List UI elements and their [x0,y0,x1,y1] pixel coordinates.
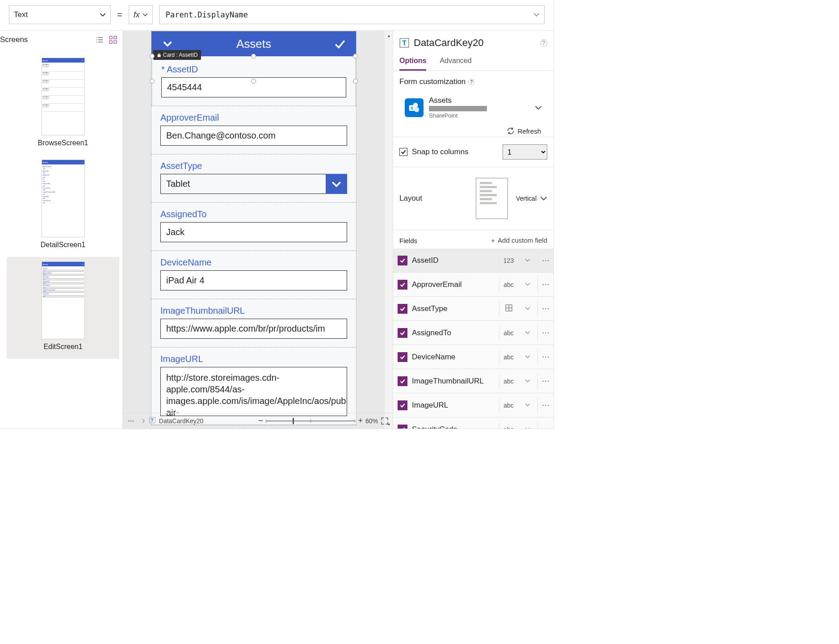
svg-rect-2 [109,41,112,43]
help-icon[interactable]: ? [540,39,547,46]
field-type-dropdown[interactable] [522,377,533,386]
field-row[interactable]: SecurityCodeabc⋯ [393,417,554,429]
fit-to-screen-icon[interactable] [381,417,389,425]
formula-text: Parent.DisplayName [166,10,248,19]
refresh-button[interactable]: Refresh [399,123,547,135]
field-checkbox[interactable] [398,304,407,314]
checkmark-icon [399,378,406,384]
field-more-button[interactable]: ⋯ [537,397,554,413]
phone-canvas[interactable]: Assets Card : AssetID * AssetID4545444Ap… [151,31,357,425]
fx-label: fx [134,10,140,20]
field-type-icon [499,301,518,316]
layout-select[interactable]: Vertical [516,195,547,202]
form-card[interactable]: ImageThumbnailURLhttps://www.apple.com/b… [151,299,356,348]
screen-thumbnail[interactable]: Assets⋯AssetIDvalApproverEmailvalAssetTy… [7,257,119,359]
form-input[interactable]: 4545444 [161,77,346,97]
field-row[interactable]: ImageThumbnailURLabc⋯ [393,369,554,393]
field-type-label: abc [499,398,518,412]
property-name: Text [14,10,28,19]
field-name: AssetID [412,256,495,265]
field-type-dropdown[interactable] [522,401,533,410]
field-checkbox[interactable] [398,256,407,265]
screen-thumbnail[interactable]: Assets⋯iPad Air 2descriptioniPad Air 2de… [7,53,119,155]
sharepoint-icon: S [405,98,424,117]
form-input[interactable]: Jack [160,222,347,242]
form-input[interactable]: Ben.Change@contoso.com [160,126,347,146]
field-row[interactable]: AssetType⋯ [393,297,554,321]
field-more-button[interactable]: ⋯ [537,276,554,293]
breadcrumb[interactable]: DataCardKey20 [141,417,203,425]
scroll-up-arrow[interactable]: ▴ [388,32,390,39]
tab-advanced[interactable]: Advanced [440,53,471,71]
field-checkbox[interactable] [398,352,407,362]
field-row[interactable]: ApproverEmailabc⋯ [393,273,554,297]
field-type-dropdown[interactable] [522,353,533,362]
field-row[interactable]: AssignedToabc⋯ [393,321,554,345]
tab-options[interactable]: Options [399,53,426,71]
field-type-dropdown[interactable] [522,280,533,289]
checkmark-icon [399,282,406,288]
form-card[interactable]: DeviceNameiPad Air 4 [151,251,356,299]
text-control-icon [149,417,155,423]
checkmark-icon [399,257,406,264]
list-view-icon[interactable] [96,36,104,44]
field-type-label: abc [499,350,518,364]
field-type-dropdown[interactable] [522,425,533,429]
zoom-in-button[interactable]: + [358,416,363,425]
field-checkbox[interactable] [398,425,407,429]
field-more-button[interactable]: ⋯ [537,349,554,365]
grid-view-icon[interactable] [109,36,117,44]
svg-point-7 [414,107,419,112]
chevron-down-icon [100,12,106,18]
field-row[interactable]: DeviceNameabc⋯ [393,345,554,369]
field-more-button[interactable]: ⋯ [537,252,554,269]
card-label: * AssetID [161,64,346,75]
form-input[interactable]: iPad Air 4 [160,270,347,290]
form-input[interactable]: https://www.apple.com/br/pr/products/im [160,319,347,339]
field-checkbox[interactable] [398,400,407,410]
snap-columns-select[interactable]: 1 [503,144,547,160]
field-type-dropdown[interactable] [522,328,533,337]
screen-thumbnail[interactable]: Assets⋯ApproverEmailvalAssetTypevalAssig… [7,155,119,257]
canvas-scrollbar[interactable]: ▴ ▾ [385,31,393,429]
form-card[interactable]: * AssetID4545444 [151,56,356,106]
field-type-dropdown[interactable] [522,304,533,313]
field-more-button[interactable]: ⋯ [537,300,554,317]
property-selector[interactable]: Text [9,5,111,24]
data-source-selector[interactable]: S Assets SharePoint [399,92,547,123]
formula-input[interactable]: Parent.DisplayName [159,5,545,24]
field-checkbox[interactable] [398,280,407,290]
field-row[interactable]: AssetID123⋯ [393,248,554,273]
refresh-icon [507,127,515,135]
field-type-label: 123 [499,253,518,268]
form-select[interactable]: Tablet [160,174,347,194]
chevron-down-icon [143,12,148,17]
form-card[interactable]: ApproverEmailBen.Change@contoso.com [151,106,356,155]
field-row[interactable]: ImageURLabc⋯ [393,393,554,417]
zoom-out-button[interactable]: − [258,416,264,426]
chevron-down-icon [540,195,547,202]
fx-button[interactable]: fx [129,5,153,24]
field-more-button[interactable]: ⋯ [537,324,554,341]
form-customization-label: Form customization [399,77,466,86]
field-more-button[interactable]: ⋯ [537,421,554,429]
snap-checkbox[interactable] [399,148,407,156]
field-type-label: abc [499,278,518,292]
add-custom-field-button[interactable]: ＋ Add custom field [490,236,547,245]
help-icon[interactable]: ? [468,79,474,85]
zoom-slider[interactable] [266,421,355,421]
screens-panel: Screens Assets⋯iPad Air 2descriptioniPad… [0,31,123,429]
field-checkbox[interactable] [398,328,407,338]
svg-rect-3 [114,41,117,43]
field-more-button[interactable]: ⋯ [537,373,554,389]
form-card[interactable]: AssignedToJack [151,203,356,251]
chevron-down-icon[interactable] [535,104,542,111]
checkmark-icon[interactable] [334,38,346,50]
form-textarea[interactable]: http://store.storeimages.cdn-apple.com/8… [160,367,347,416]
field-type-dropdown[interactable] [522,256,533,265]
layout-label: Layout [399,194,422,203]
more-button[interactable]: ⋯ [128,417,135,425]
form-card[interactable]: AssetTypeTablet [151,155,356,203]
chevron-down-icon[interactable] [161,38,174,50]
field-checkbox[interactable] [398,376,407,386]
